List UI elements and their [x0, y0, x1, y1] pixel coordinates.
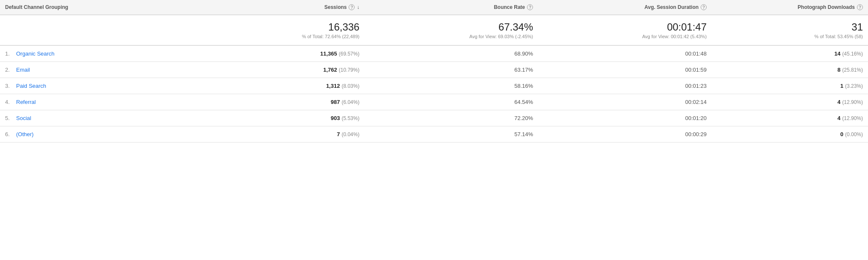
duration-value: 00:00:29 [685, 131, 707, 137]
sessions-percent: (8.03%) [341, 83, 359, 89]
sessions-sort-icon[interactable]: ↓ [357, 4, 359, 10]
photo-cell: 8(25.81%) [712, 62, 868, 78]
duration-value: 00:02:14 [685, 99, 707, 105]
photo-cell: 0(0.00%) [712, 126, 868, 143]
table-row: 1. Organic Search 11,365(69.57%)68.90%00… [0, 45, 868, 62]
row-number: 5. [5, 115, 14, 121]
bounce-value: 57.14% [514, 131, 533, 137]
bounce-cell: 68.90% [364, 45, 538, 62]
duration-cell: 00:01:48 [538, 45, 712, 62]
summary-sessions-main: 16,336 [196, 21, 360, 33]
summary-duration-cell: 00:01:47 Avg for View: 00:01:42 (5.43%) [538, 15, 712, 45]
summary-photo-main: 31 [717, 21, 863, 33]
duration-cell: 00:01:23 [538, 78, 712, 94]
duration-cell: 00:02:14 [538, 94, 712, 110]
sessions-percent: (5.53%) [341, 115, 359, 121]
bounce-cell: 57.14% [364, 126, 538, 143]
sessions-value: 1,312 [326, 83, 340, 89]
channel-header-label: Default Channel Grouping [5, 4, 68, 10]
sessions-percent: (6.04%) [341, 99, 359, 105]
row-number: 2. [5, 67, 14, 73]
summary-bounce-main: 67.34% [369, 21, 533, 33]
row-number: 6. [5, 131, 14, 137]
duration-help-icon[interactable]: ? [701, 4, 707, 10]
sessions-header: Sessions ? ↓ [191, 0, 365, 15]
summary-row: 16,336 % of Total: 72.64% (22,489) 67.34… [0, 15, 868, 45]
sessions-value: 903 [331, 115, 340, 121]
channel-link[interactable]: Organic Search [16, 50, 54, 57]
channel-cell: 6. (Other) [0, 126, 191, 143]
photo-percent: (3.23%) [845, 83, 863, 89]
photo-value: 4 [837, 99, 840, 105]
duration-cell: 00:01:20 [538, 110, 712, 126]
table-row: 6. (Other) 7(0.04%)57.14%00:00:290(0.00%… [0, 126, 868, 143]
summary-sessions-cell: 16,336 % of Total: 72.64% (22,489) [191, 15, 365, 45]
duration-value: 00:01:48 [685, 50, 707, 57]
duration-header: Avg. Session Duration ? [538, 0, 712, 15]
sessions-percent: (69.57%) [339, 51, 360, 57]
duration-value: 00:01:23 [685, 83, 707, 89]
summary-bounce-cell: 67.34% Avg for View: 69.03% (-2.45%) [364, 15, 538, 45]
bounce-help-icon[interactable]: ? [527, 4, 533, 10]
duration-header-label: Avg. Session Duration [644, 4, 699, 10]
sessions-cell: 903(5.53%) [191, 110, 365, 126]
sessions-percent: (10.79%) [339, 67, 360, 73]
bounce-cell: 72.20% [364, 110, 538, 126]
channel-link[interactable]: Referral [16, 99, 36, 105]
duration-value: 00:01:59 [685, 67, 707, 73]
bounce-header-label: Bounce Rate [494, 4, 525, 10]
summary-duration-sub: Avg for View: 00:01:42 (5.43%) [543, 34, 707, 39]
channel-link[interactable]: Email [16, 67, 30, 73]
photo-value: 14 [834, 50, 840, 57]
summary-sessions-sub: % of Total: 72.64% (22,489) [196, 34, 360, 39]
channel-cell: 3. Paid Search [0, 78, 191, 94]
bounce-value: 58.16% [514, 83, 533, 89]
photo-percent: (12.90%) [842, 99, 863, 105]
sessions-value: 11,365 [320, 50, 337, 57]
bounce-cell: 63.17% [364, 62, 538, 78]
channel-cell: 2. Email [0, 62, 191, 78]
summary-duration-main: 00:01:47 [543, 21, 707, 33]
photo-header-label: Photograph Downloads [798, 4, 855, 10]
table-row: 2. Email 1,762(10.79%)63.17%00:01:598(25… [0, 62, 868, 78]
sessions-cell: 11,365(69.57%) [191, 45, 365, 62]
bounce-cell: 64.54% [364, 94, 538, 110]
photo-cell: 4(12.90%) [712, 110, 868, 126]
sessions-value: 7 [337, 131, 340, 137]
photo-percent: (25.81%) [842, 67, 863, 73]
photo-cell: 1(3.23%) [712, 78, 868, 94]
row-number: 4. [5, 99, 14, 105]
sessions-cell: 987(6.04%) [191, 94, 365, 110]
bounce-value: 64.54% [514, 99, 533, 105]
table-row: 5. Social 903(5.53%)72.20%00:01:204(12.9… [0, 110, 868, 126]
channel-cell: 1. Organic Search [0, 45, 191, 62]
sessions-help-icon[interactable]: ? [349, 4, 355, 10]
photo-help-icon[interactable]: ? [857, 4, 863, 10]
sessions-value: 1,762 [323, 67, 337, 73]
sessions-cell: 7(0.04%) [191, 126, 365, 143]
bounce-cell: 58.16% [364, 78, 538, 94]
channel-link[interactable]: Social [16, 115, 31, 121]
photo-cell: 14(45.16%) [712, 45, 868, 62]
photo-cell: 4(12.90%) [712, 94, 868, 110]
bounce-header: Bounce Rate ? [364, 0, 538, 15]
duration-cell: 00:01:59 [538, 62, 712, 78]
channel-link[interactable]: Paid Search [16, 83, 46, 89]
sessions-header-label: Sessions [324, 4, 347, 10]
photo-header: Photograph Downloads ? [712, 0, 868, 15]
table-row: 4. Referral 987(6.04%)64.54%00:02:144(12… [0, 94, 868, 110]
summary-photo-sub: % of Total: 53.45% (58) [717, 34, 863, 39]
photo-value: 8 [837, 67, 840, 73]
sessions-cell: 1,762(10.79%) [191, 62, 365, 78]
summary-channel-cell [0, 15, 191, 45]
bounce-value: 63.17% [514, 67, 533, 73]
bounce-value: 68.90% [514, 50, 533, 57]
photo-percent: (0.00%) [845, 131, 863, 137]
photo-percent: (45.16%) [842, 51, 863, 57]
photo-percent: (12.90%) [842, 115, 863, 121]
channel-header: Default Channel Grouping [0, 0, 191, 15]
row-number: 1. [5, 50, 14, 57]
photo-value: 1 [840, 83, 843, 89]
channel-link[interactable]: (Other) [16, 131, 34, 137]
table-row: 3. Paid Search 1,312(8.03%)58.16%00:01:2… [0, 78, 868, 94]
